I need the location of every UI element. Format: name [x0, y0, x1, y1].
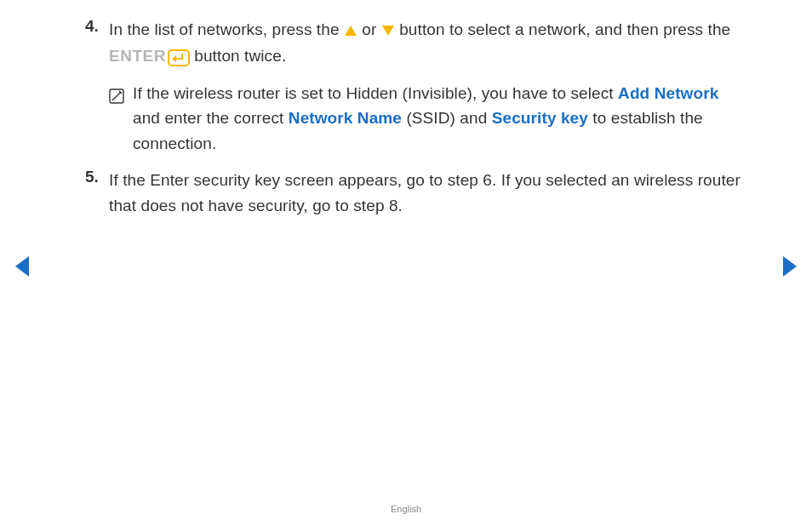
link-security-key: Security key	[492, 109, 588, 127]
step4-text-or: or	[357, 20, 381, 38]
step4-text-b: button to select a network, and then pre…	[395, 20, 730, 38]
manual-page: 4. In the list of networks, press the or…	[0, 0, 812, 531]
note-text-a: If the wireless router is set to Hidden …	[133, 84, 618, 102]
note-row: If the wireless router is set to Hidden …	[109, 81, 741, 156]
next-page-button[interactable]	[781, 255, 798, 281]
enter-label: ENTER	[109, 47, 166, 65]
link-network-name: Network Name	[289, 109, 402, 127]
step4-text-c: button twice.	[190, 47, 286, 65]
step-number: 4.	[85, 17, 109, 156]
svg-marker-6	[783, 256, 797, 277]
down-triangle-icon	[381, 19, 395, 43]
step4-text-a: In the list of networks, press the	[109, 20, 344, 38]
up-triangle-icon	[344, 19, 357, 43]
note-icon	[109, 81, 133, 156]
svg-marker-0	[345, 26, 357, 36]
ssid-label: (SSID) and	[402, 109, 492, 127]
next-arrow-icon	[781, 255, 798, 277]
svg-marker-1	[382, 26, 394, 36]
note-body: If the wireless router is set to Hidden …	[133, 81, 741, 156]
step-5: 5. If the Enter security key screen appe…	[85, 168, 741, 218]
enter-icon	[166, 45, 190, 70]
step-body: If the Enter security key screen appears…	[109, 168, 741, 218]
footer-language: English	[0, 504, 812, 514]
svg-marker-3	[172, 55, 176, 62]
prev-arrow-icon	[14, 255, 31, 277]
step-body: In the list of networks, press the or bu…	[109, 17, 741, 156]
link-add-network: Add Network	[618, 84, 718, 102]
step-number: 5.	[85, 168, 109, 218]
svg-marker-5	[15, 256, 29, 277]
content-area: 4. In the list of networks, press the or…	[85, 17, 741, 230]
step-4: 4. In the list of networks, press the or…	[85, 17, 741, 156]
note-text-b: and enter the correct	[133, 109, 289, 127]
prev-page-button[interactable]	[14, 255, 31, 281]
